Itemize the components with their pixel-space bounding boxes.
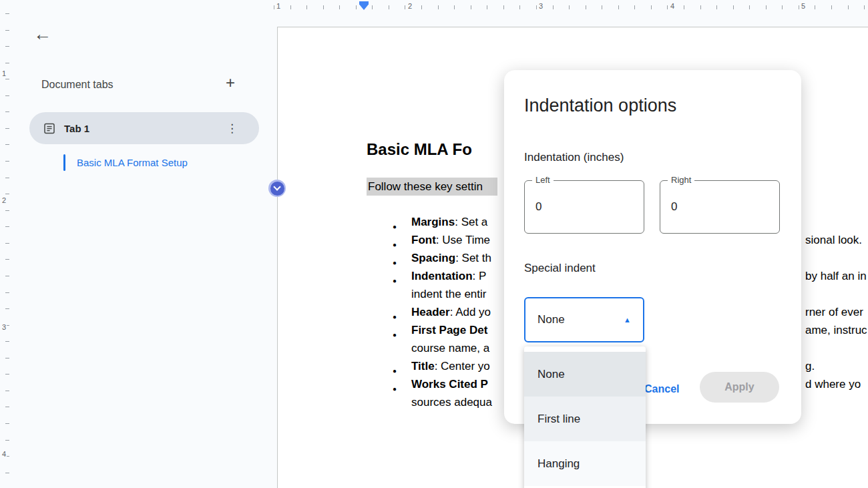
bullet-text: course name, a <box>411 342 489 354</box>
bullet-text: indent the entir <box>411 288 486 300</box>
bullet-text: : Add yo <box>450 306 491 318</box>
ruler-ticks <box>5 13 9 488</box>
special-indent-section-label: Special indent <box>524 262 596 275</box>
special-indent-dropdown[interactable]: None ▲ <box>524 297 644 342</box>
bullet-text: : Use Time <box>436 234 490 246</box>
ruler-label: 3 <box>1 322 7 332</box>
clipped-text-fragment: ame, instruc <box>805 322 867 338</box>
horizontal-ruler[interactable]: 1 2 3 4 5 <box>274 0 868 13</box>
indentation-section-label: Indentation (inches) <box>524 151 624 164</box>
ruler-label: 4 <box>668 2 676 10</box>
ruler-label: 2 <box>406 2 414 10</box>
bullet-lead: Title <box>411 360 435 373</box>
clipped-text-fragment: g. <box>805 358 815 375</box>
left-indent-field[interactable]: Left <box>524 180 644 234</box>
right-indent-field[interactable]: Right <box>660 180 780 234</box>
outline-active-bar <box>63 154 65 171</box>
continuation-line: course name, a <box>411 340 489 356</box>
bullet-lead: Indentation <box>411 270 473 282</box>
bullet-lead: Spacing <box>411 252 455 264</box>
dialog-title: Indentation options <box>524 95 676 116</box>
collapse-chevron-badge[interactable] <box>268 180 286 197</box>
bullet-text: : P <box>473 270 487 282</box>
tab-label: Tab 1 <box>64 123 89 134</box>
special-indent-menu: None First line Hanging <box>524 346 646 488</box>
ruler-label: 1 <box>1 68 7 79</box>
right-indent-input[interactable] <box>660 181 779 233</box>
bullet-text: : Set th <box>455 252 491 264</box>
continuation-line: indent the entir <box>411 286 486 302</box>
dropdown-selected-value: None <box>537 313 565 326</box>
caret-up-icon: ▲ <box>624 316 631 324</box>
bullet-line: Title: Center yo g. <box>411 358 490 375</box>
vertical-ruler[interactable]: 1 2 3 4 <box>0 13 13 488</box>
google-docs-window: 1 2 3 4 5 1 2 3 4 ← Document tabs + Tab … <box>0 0 868 488</box>
menu-option-hanging[interactable]: Hanging <box>524 441 646 486</box>
bullet-line: Font: Use Time sional look. <box>411 232 490 248</box>
bullet-lead: Header <box>411 306 450 318</box>
menu-option-none[interactable]: None <box>524 352 646 397</box>
add-tab-button[interactable]: + <box>226 75 235 91</box>
bullet-text: sources adequa <box>411 396 492 409</box>
ruler-label: 1 <box>274 2 282 10</box>
bullet-line: Indentation: P by half an in <box>411 268 486 284</box>
bullet-lead: Works Cited P <box>411 378 488 391</box>
bullet-text: : Set a <box>455 216 487 228</box>
bullet-line: Margins: Set a <box>411 214 487 230</box>
tab-item-tab1[interactable]: Tab 1 ⋮ <box>29 112 259 144</box>
clipped-text-fragment: by half an in <box>805 268 867 284</box>
bullet-lead: Margins <box>411 216 455 228</box>
bullet-lead: First Page Det <box>411 324 487 336</box>
continuation-line: sources adequa <box>411 394 492 411</box>
menu-option-first-line[interactable]: First line <box>524 397 646 441</box>
left-indent-input[interactable] <box>525 181 644 233</box>
bullet-line: Header: Add yo rner of ever <box>411 304 491 320</box>
clipped-text-fragment: sional look. <box>805 232 862 248</box>
ruler-label: 4 <box>1 449 7 459</box>
ruler-label: 5 <box>799 2 807 10</box>
bullet-line: Works Cited P d where yo <box>411 376 488 393</box>
tab-options-kebab-icon[interactable]: ⋮ <box>226 121 238 136</box>
clipped-text-fragment: d where yo <box>805 376 861 393</box>
document-icon <box>44 123 55 134</box>
ruler-label: 2 <box>1 195 7 206</box>
left-field-label: Left <box>532 175 554 185</box>
document-heading: Basic MLA Fo <box>367 140 472 159</box>
document-tabs-title: Document tabs <box>41 79 114 91</box>
right-field-label: Right <box>668 175 694 185</box>
bullet-lead: Font <box>411 234 436 246</box>
chevron-down-icon <box>270 182 284 196</box>
bullet-line: First Page Det ame, instruc <box>411 322 487 338</box>
outline-label: Basic MLA Format Setup <box>77 157 188 168</box>
back-button[interactable]: ← <box>33 25 51 43</box>
intro-paragraph: Follow these key settin <box>367 180 497 194</box>
clipped-text-fragment: rner of ever <box>805 304 863 320</box>
outline-item-basic-mla[interactable]: Basic MLA Format Setup <box>63 154 188 171</box>
ruler-label: 3 <box>537 2 545 10</box>
highlighted-text: Follow these key settin <box>367 178 497 196</box>
bullet-text: : Center yo <box>435 360 490 373</box>
bullet-line: Spacing: Set th <box>411 250 491 266</box>
apply-button[interactable]: Apply <box>700 372 779 403</box>
